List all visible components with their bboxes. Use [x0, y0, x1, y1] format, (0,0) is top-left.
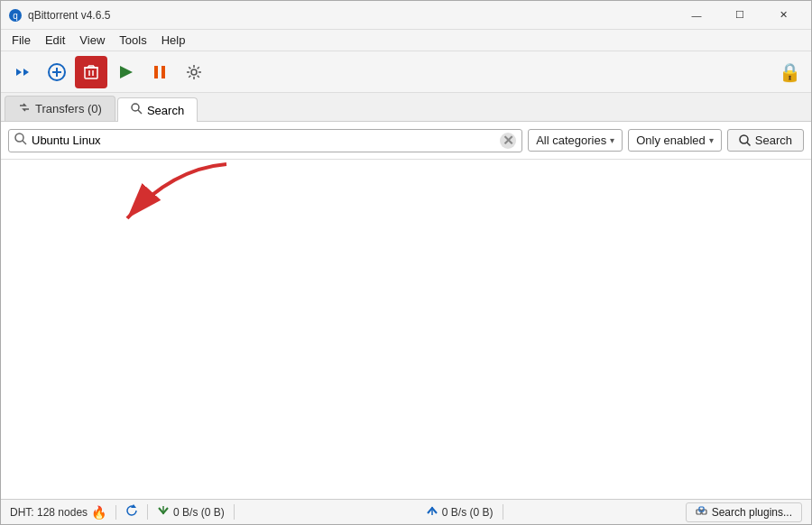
start-button[interactable] [109, 56, 142, 88]
toolbar: 🔒 [1, 51, 811, 93]
svg-text:q: q [13, 11, 18, 21]
svg-rect-13 [154, 66, 158, 78]
filter-dropdown[interactable]: Only enabled ▾ [628, 129, 722, 152]
up-speed-label: 0 B/s (0 B) [442, 506, 494, 519]
search-button-label: Search [755, 134, 792, 147]
filter-chevron-icon: ▾ [709, 135, 714, 145]
down-icon [157, 504, 170, 520]
svg-line-17 [138, 110, 142, 114]
close-button[interactable]: ✕ [762, 1, 804, 30]
pause-button[interactable] [143, 56, 176, 88]
lock-button[interactable]: 🔒 [773, 56, 806, 88]
delete-torrent-button[interactable] [75, 56, 107, 88]
categories-chevron-icon: ▾ [610, 135, 614, 145]
resume-all-button[interactable] [6, 56, 39, 88]
menu-help[interactable]: Help [154, 32, 193, 49]
tab-transfers-label: Transfers (0) [35, 102, 102, 115]
categories-dropdown[interactable]: All categories ▾ [528, 129, 623, 152]
menu-edit[interactable]: Edit [38, 32, 72, 49]
up-icon [426, 504, 438, 520]
menu-tools[interactable]: Tools [112, 32, 153, 49]
categories-label: All categories [536, 134, 606, 147]
window-title: qBittorrent v4.6.5 [28, 9, 676, 22]
up-speed-status: 0 B/s (0 B) [417, 504, 503, 520]
search-input-wrapper: ✕ [8, 129, 522, 152]
main-content [1, 160, 811, 499]
search-plugins-button[interactable]: Search plugins... [686, 502, 802, 522]
menu-view[interactable]: View [72, 32, 112, 49]
svg-point-15 [191, 69, 197, 75]
app-icon: q [8, 8, 23, 23]
menubar: File Edit View Tools Help [1, 30, 811, 51]
svg-rect-14 [161, 66, 165, 78]
svg-line-19 [23, 141, 26, 144]
search-icon [14, 133, 27, 148]
connection-status [116, 504, 148, 520]
svg-marker-12 [120, 66, 133, 78]
svg-rect-5 [85, 68, 97, 78]
tabs: Transfers (0) Search [1, 93, 811, 122]
svg-point-16 [132, 104, 139, 111]
tab-transfers[interactable]: Transfers (0) [5, 96, 115, 121]
clear-search-button[interactable]: ✕ [500, 133, 516, 149]
tab-search[interactable]: Search [117, 97, 198, 122]
search-tab-icon [131, 103, 143, 117]
connection-icon [125, 504, 138, 520]
maximize-button[interactable]: ☐ [719, 1, 761, 30]
search-input[interactable] [32, 134, 495, 147]
menu-file[interactable]: File [5, 32, 38, 49]
filter-label: Only enabled [636, 134, 706, 147]
lock-icon: 🔒 [779, 61, 801, 83]
search-button[interactable]: Search [727, 129, 804, 152]
statusbar: DHT: 128 nodes 🔥 0 B/s (0 B) 0 B/s (0 B) [1, 499, 811, 524]
tab-search-label: Search [147, 104, 184, 117]
svg-line-21 [747, 143, 751, 146]
dht-flame-icon: 🔥 [91, 505, 106, 520]
preferences-button[interactable] [178, 56, 210, 88]
dht-status: DHT: 128 nodes 🔥 [10, 505, 116, 520]
down-speed-status: 0 B/s (0 B) [148, 504, 235, 520]
svg-point-20 [740, 135, 748, 143]
search-plugins-label: Search plugins... [712, 506, 792, 519]
titlebar: q qBittorrent v4.6.5 — ☐ ✕ [1, 1, 811, 30]
add-torrent-button[interactable] [41, 56, 73, 88]
down-speed-label: 0 B/s (0 B) [173, 506, 225, 519]
window-controls: — ☐ ✕ [676, 1, 804, 30]
search-bar: ✕ All categories ▾ Only enabled ▾ Search [1, 122, 811, 160]
minimize-button[interactable]: — [676, 1, 717, 30]
svg-point-18 [15, 134, 23, 142]
transfers-icon [18, 101, 31, 116]
dht-label: DHT: 128 nodes [10, 506, 88, 519]
